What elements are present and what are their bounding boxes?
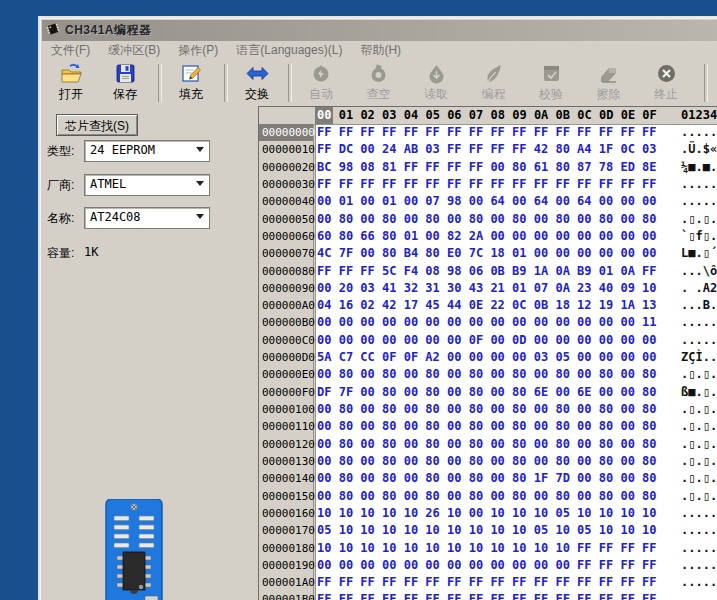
hex-editor[interactable]: 0123456789ABCDEF 000102030405060708090A0… [258, 106, 717, 600]
toolbar-button-auto: 自动 [296, 61, 346, 105]
hex-row[interactable]: 000000C000 00 00 00 00 00 00 0F 00 0D 00… [259, 332, 717, 349]
hex-row-bytes[interactable]: 04 16 02 42 17 45 44 0E 22 0C 0B 18 12 1… [317, 297, 657, 314]
hex-row-bytes[interactable]: 00 01 00 01 00 07 98 00 64 00 64 00 64 0… [317, 193, 657, 210]
menu-item-4[interactable]: 帮助(H) [351, 41, 410, 60]
hex-row-bytes[interactable]: 00 80 00 80 00 80 00 80 00 80 00 80 00 8… [317, 401, 657, 418]
toolbar-button-save[interactable]: 保存 [100, 61, 150, 105]
hex-row-bytes[interactable]: 05 10 10 10 10 10 10 10 10 10 05 10 05 1… [317, 522, 657, 539]
hex-row[interactable]: 00000080FF FF FF 5C F4 08 98 06 0B B9 1A… [259, 263, 717, 280]
hex-row[interactable]: 000001A0FF FF FF FF FF FF FF FF FF FF FF… [259, 574, 717, 591]
hex-row-ascii: ........ [681, 332, 717, 349]
hex-row[interactable]: 0000013000 80 00 80 00 80 00 80 00 80 00… [259, 453, 717, 470]
save-icon [114, 62, 137, 85]
hex-row[interactable]: 0000019000 00 00 00 00 00 00 00 00 00 00… [259, 557, 717, 574]
title-bar[interactable]: CH341A编程器 [42, 20, 717, 41]
type-value: 24 EEPROM [85, 141, 209, 159]
name-label: 名称: [47, 210, 74, 227]
menu-item-2[interactable]: 操作(P) [169, 41, 227, 60]
hex-row[interactable]: 0000010000 80 00 80 00 80 00 80 00 80 00… [259, 401, 717, 418]
hex-row-bytes[interactable]: 00 00 00 00 00 00 00 00 00 00 00 00 00 0… [317, 314, 657, 331]
vendor-combobox[interactable]: ATMEL [84, 174, 210, 196]
hex-row[interactable]: 0000005000 80 00 80 00 80 00 80 00 80 00… [259, 211, 717, 228]
hex-row-bytes[interactable]: 10 10 10 10 10 26 10 00 10 10 10 05 10 1… [317, 505, 657, 522]
chip-search-button[interactable]: 芯片查找(S) [56, 114, 138, 136]
hex-row-bytes[interactable]: 00 80 00 80 00 80 00 80 00 80 00 80 00 8… [317, 418, 657, 435]
auto-icon [310, 62, 333, 85]
toolbar-button-open-file[interactable]: 打开 [46, 61, 96, 105]
hex-row-ascii: .▯.▯.▯.▯ [681, 418, 717, 435]
toolbar-button-label: 读取 [424, 86, 448, 103]
hex-row[interactable]: 00000010FF DC 00 24 AB 03 FF FF FF FF 42… [259, 141, 717, 158]
hex-row[interactable]: 00000020BC 98 08 81 FF FF FF FF 00 80 61… [259, 159, 717, 176]
hex-row[interactable]: 00000000FF FF FF FF FF FF FF FF FF FF FF… [259, 124, 717, 141]
hex-column-header-0F: 0F [642, 107, 656, 124]
hex-row-ascii: .▯.▯.▯.▯ [681, 470, 717, 487]
toolbar-button-read: 读取 [411, 61, 461, 105]
hex-row[interactable]: 000001B0FF FF FF FF FF FF FF FF FF FF FF… [259, 591, 717, 600]
hex-column-header-01: 01 [339, 107, 353, 124]
hex-row-address: 000000E0 [259, 366, 314, 383]
hex-row[interactable]: 000000E000 80 00 80 00 80 00 80 00 80 00… [259, 366, 717, 383]
hex-row-bytes[interactable]: BC 98 08 81 FF FF FF FF 00 80 61 80 87 7… [317, 159, 657, 176]
hex-column-header-00: 00 [315, 107, 333, 124]
hex-row-bytes[interactable]: FF FF FF 5C F4 08 98 06 0B B9 1A 0A B9 0… [317, 263, 657, 280]
hex-row-bytes[interactable]: 4C 7F 00 80 B4 80 E0 7C 18 01 00 00 00 0… [317, 245, 657, 262]
hex-row-bytes[interactable]: 00 00 00 00 00 00 00 00 00 00 00 00 FF F… [317, 557, 657, 574]
hex-row-ascii: ZÇÌ..¢.. [681, 349, 717, 366]
hex-column-header-0B: 0B [556, 107, 570, 124]
toolbar-button-erase: 擦除 [584, 61, 634, 105]
hex-row-bytes[interactable]: 10 10 10 10 10 10 10 10 10 10 10 10 FF F… [317, 540, 657, 557]
hex-row[interactable]: 000000B000 00 00 00 00 00 00 00 00 00 00… [259, 314, 717, 331]
hex-row-bytes[interactable]: FF DC 00 24 AB 03 FF FF FF FF 42 80 A4 1… [317, 141, 657, 158]
hex-row[interactable]: 0000011000 80 00 80 00 80 00 80 00 80 00… [259, 418, 717, 435]
hex-row[interactable]: 000000D05A C7 CC 0F 0F A2 00 00 00 00 03… [259, 349, 717, 366]
hex-row-bytes[interactable]: FF FF FF FF FF FF FF FF FF FF FF FF FF F… [317, 176, 657, 193]
hex-row-ascii: ........ [681, 557, 717, 574]
hex-row-address: 00000160 [259, 505, 314, 522]
hex-row-bytes[interactable]: 5A C7 CC 0F 0F A2 00 00 00 00 03 05 00 0… [317, 349, 657, 366]
hex-row-bytes[interactable]: FF FF FF FF FF FF FF FF FF FF FF FF FF F… [317, 574, 657, 591]
hex-row[interactable]: 0000012000 80 00 80 00 80 00 80 00 80 00… [259, 436, 717, 453]
hex-row-bytes[interactable]: 60 80 66 80 01 00 82 2A 00 00 00 00 00 0… [317, 228, 657, 245]
hex-row[interactable]: 0000017005 10 10 10 10 10 10 10 10 10 05… [259, 522, 717, 539]
hex-row-bytes[interactable]: 00 00 00 00 00 00 00 0F 00 0D 00 00 00 0… [317, 332, 657, 349]
type-combobox[interactable]: 24 EEPROM [84, 140, 210, 162]
hex-row[interactable]: 000000704C 7F 00 80 B4 80 E0 7C 18 01 00… [259, 245, 717, 262]
hex-row[interactable]: 000000F0DF 7F 00 80 00 80 00 80 00 80 6E… [259, 384, 717, 401]
menu-item-0[interactable]: 文件(F) [42, 41, 99, 60]
hex-row[interactable]: 0000006060 80 66 80 01 00 82 2A 00 00 00… [259, 228, 717, 245]
hex-row-bytes[interactable]: 00 20 03 41 32 31 30 43 21 01 07 0A 23 4… [317, 280, 657, 297]
toolbar-button-fill[interactable]: 填充 [166, 61, 216, 105]
hex-row-bytes[interactable]: FF FF FF FF FF FF FF FF FF FF FF FF FF F… [317, 591, 657, 600]
hex-row-address: 00000140 [259, 470, 314, 487]
chevron-down-icon [196, 147, 204, 152]
hex-row-bytes[interactable]: FF FF FF FF FF FF FF FF FF FF FF FF FF F… [317, 124, 657, 141]
hex-row-bytes[interactable]: 00 80 00 80 00 80 00 80 00 80 00 80 00 8… [317, 366, 657, 383]
hex-row[interactable]: 0000009000 20 03 41 32 31 30 43 21 01 07… [259, 280, 717, 297]
hex-row-bytes[interactable]: DF 7F 00 80 00 80 00 80 00 80 6E 00 6E 0… [317, 384, 657, 401]
toolbar-separator [288, 64, 292, 102]
toolbar-button-label: 打开 [59, 86, 83, 103]
name-combobox[interactable]: AT24C08 [84, 207, 210, 229]
menu-item-1[interactable]: 缓冲区(B) [99, 41, 169, 60]
hex-row-bytes[interactable]: 00 80 00 80 00 80 00 80 00 80 00 80 00 8… [317, 211, 657, 228]
hex-row-ascii: .▯.▯.▯.▯ [681, 366, 717, 383]
hex-row-bytes[interactable]: 00 80 00 80 00 80 00 80 00 80 00 80 00 8… [317, 436, 657, 453]
menu-item-3[interactable]: 语言(Languages)(L) [227, 41, 351, 60]
app-chip-icon [46, 22, 60, 40]
hex-row-ascii: ...\ô.■. [681, 263, 717, 280]
hex-row[interactable]: 0000018010 10 10 10 10 10 10 10 10 10 10… [259, 540, 717, 557]
hex-row[interactable]: 00000030FF FF FF FF FF FF FF FF FF FF FF… [259, 176, 717, 193]
toolbar-button-swap[interactable]: 交换 [232, 61, 282, 105]
hex-row[interactable]: 0000016010 10 10 10 10 26 10 00 10 10 10… [259, 505, 717, 522]
hex-row-bytes[interactable]: 00 80 00 80 00 80 00 80 00 80 00 80 00 8… [317, 453, 657, 470]
hex-column-header-row: 0123456789ABCDEF 000102030405060708090A0… [259, 107, 717, 125]
hex-row-bytes[interactable]: 00 80 00 80 00 80 00 80 00 80 00 80 00 8… [317, 488, 657, 505]
hex-row[interactable]: 0000014000 80 00 80 00 80 00 80 00 80 1F… [259, 470, 717, 487]
hex-row[interactable]: 0000015000 80 00 80 00 80 00 80 00 80 00… [259, 488, 717, 505]
hex-row-bytes[interactable]: 00 80 00 80 00 80 00 80 00 80 1F 7D 00 8… [317, 470, 657, 487]
hex-row-address: 00000080 [259, 263, 314, 280]
toolbar-button-program: 编程 [469, 61, 519, 105]
hex-row[interactable]: 000000A004 16 02 42 17 45 44 0E 22 0C 0B… [259, 297, 717, 314]
hex-row[interactable]: 0000004000 01 00 01 00 07 98 00 64 00 64… [259, 193, 717, 210]
